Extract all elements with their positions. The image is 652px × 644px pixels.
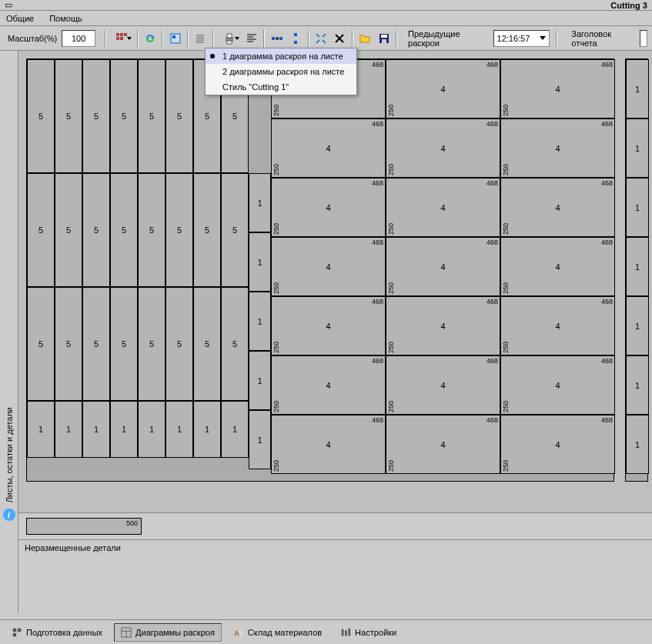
piece[interactable]: 4682504 [500, 415, 615, 474]
grid-options-button[interactable] [109, 29, 134, 48]
piece[interactable]: 4682504 [271, 355, 386, 415]
svg-rect-34 [349, 628, 351, 636]
piece[interactable]: 4682504 [271, 118, 386, 178]
piece[interactable]: 5 [110, 173, 138, 287]
piece[interactable]: 4682504 [271, 178, 386, 237]
piece[interactable]: 1 [626, 355, 649, 415]
piece[interactable]: 5 [138, 59, 166, 173]
expand-button[interactable] [313, 29, 330, 48]
piece[interactable]: 4682504 [271, 415, 386, 474]
piece[interactable]: 1 [249, 232, 271, 292]
piece[interactable]: 4682504 [500, 59, 615, 118]
piece[interactable]: 5 [221, 287, 249, 401]
piece[interactable]: 4682504 [386, 178, 500, 237]
menu-general[interactable]: Общие [3, 12, 37, 25]
tab-settings[interactable]: Настройки [333, 623, 403, 642]
piece[interactable]: 5 [27, 287, 55, 401]
piece[interactable]: 1 [626, 118, 649, 178]
svg-rect-13 [227, 41, 232, 44]
piece[interactable]: 1 [82, 401, 110, 458]
refresh-button[interactable] [142, 29, 159, 48]
menu-help[interactable]: Помощь [46, 12, 85, 25]
piece[interactable]: 5 [55, 59, 82, 173]
piece[interactable]: 4682504 [271, 296, 386, 355]
piece[interactable]: 4682504 [386, 237, 500, 296]
save-button[interactable] [375, 29, 393, 48]
piece[interactable]: 5 [27, 59, 55, 173]
piece[interactable]: 4682504 [386, 118, 500, 178]
piece[interactable]: 1 [249, 410, 271, 469]
piece[interactable]: 1 [166, 401, 193, 458]
piece[interactable]: 4682504 [386, 355, 500, 415]
svg-rect-19 [279, 37, 283, 40]
piece[interactable]: 4682504 [500, 178, 615, 237]
window-sys-icon[interactable]: ▭ [5, 0, 12, 10]
list-button[interactable] [192, 29, 209, 48]
piece[interactable]: 1 [110, 401, 138, 458]
open-button[interactable] [356, 29, 374, 48]
print-layout-button[interactable] [217, 29, 242, 48]
piece[interactable]: 1 [138, 401, 166, 458]
piece[interactable]: 4682504 [271, 237, 386, 296]
menu-item-style-cutting1[interactable]: Стиль "Cutting 1" [206, 79, 356, 95]
piece[interactable]: 1 [221, 401, 249, 458]
compress-h-button[interactable] [268, 29, 286, 48]
piece[interactable]: 5 [193, 287, 221, 401]
window-title: Cutting 3 [610, 1, 647, 10]
sidebar-label[interactable]: Листы, остатки и детали [5, 407, 14, 502]
piece[interactable]: 1 [193, 401, 221, 458]
piece[interactable]: 1 [55, 401, 82, 458]
piece[interactable]: 4682504 [500, 296, 615, 355]
tab-materials-store[interactable]: Склад материалов [226, 623, 329, 642]
piece[interactable]: 5 [221, 173, 249, 287]
piece[interactable]: 1 [249, 292, 271, 351]
piece[interactable]: 1 [626, 59, 649, 118]
piece[interactable]: 1 [626, 237, 649, 296]
delete-button[interactable] [331, 29, 349, 48]
piece[interactable]: 4682504 [500, 355, 615, 415]
piece[interactable]: 4682504 [500, 237, 615, 296]
piece[interactable]: 5 [166, 287, 193, 401]
piece[interactable]: 5 [138, 173, 166, 287]
piece[interactable]: 1 [626, 178, 649, 237]
sheet-button[interactable] [166, 29, 184, 48]
menu-item-1-diagram[interactable]: 1 диаграмма раскроя на листе [206, 48, 356, 64]
zoom-input[interactable] [62, 30, 95, 47]
piece[interactable]: 4682504 [386, 59, 500, 118]
piece[interactable]: 4682504 [386, 296, 500, 355]
tab-cutting-diagrams[interactable]: Диаграммы раскроя [114, 623, 222, 642]
remnant-sheet[interactable]: 500 [26, 518, 142, 535]
piece[interactable]: 5 [110, 287, 138, 401]
info-icon[interactable]: i [3, 509, 15, 521]
piece[interactable]: 5 [193, 173, 221, 287]
sheet-2[interactable]: 1 1 1 1 1 1 1 [625, 58, 648, 482]
svg-rect-12 [227, 34, 232, 38]
sheet-1[interactable]: 5 5 5 5 5 5 5 5 5 5 5 5 5 5 5 5 5 5 5 [26, 58, 614, 482]
tab-data-prep[interactable]: Подготовка данных [5, 623, 109, 642]
svg-rect-1 [120, 33, 123, 36]
piece[interactable]: 1 [249, 351, 271, 410]
piece[interactable]: 5 [166, 59, 193, 173]
piece[interactable]: 5 [82, 59, 110, 173]
piece[interactable]: 1 [626, 415, 649, 474]
piece[interactable]: 5 [138, 287, 166, 401]
piece[interactable]: 5 [166, 173, 193, 287]
menu-item-2-diagrams[interactable]: 2 диаграммы раскроя на листе [206, 64, 356, 79]
piece[interactable]: 4682504 [500, 118, 615, 178]
piece[interactable]: 5 [55, 287, 82, 401]
time-select[interactable]: 12:16:57 [493, 30, 550, 47]
compress-v-button[interactable] [287, 29, 305, 48]
zoom-label: Масштаб(%) [5, 34, 60, 43]
piece[interactable]: 5 [82, 287, 110, 401]
piece[interactable]: 5 [82, 173, 110, 287]
piece[interactable]: 4682504 [386, 415, 500, 474]
piece[interactable]: 5 [27, 173, 55, 287]
piece[interactable]: 1 [249, 173, 271, 232]
piece[interactable]: 1 [626, 296, 649, 355]
piece[interactable]: 5 [110, 59, 138, 173]
svg-rect-26 [18, 628, 21, 631]
align-button[interactable] [243, 29, 261, 48]
report-title-input[interactable] [640, 30, 647, 47]
piece[interactable]: 5 [55, 173, 82, 287]
piece[interactable]: 1 [27, 401, 55, 458]
